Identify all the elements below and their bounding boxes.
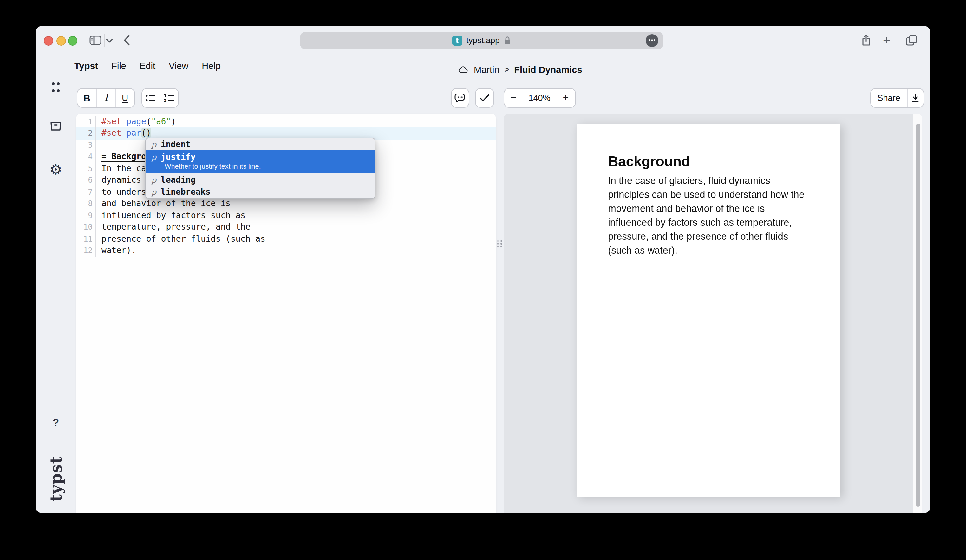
back-button[interactable] (124, 35, 130, 46)
line-number: 8 (76, 198, 96, 210)
svg-text:2: 2 (164, 98, 167, 102)
address-bar-more-button[interactable] (646, 34, 659, 47)
code-line-8[interactable]: 8and behavior of the ice is (76, 198, 496, 210)
tabs-icon (906, 35, 917, 46)
cloud-icon (458, 65, 469, 74)
safari-window: t typst.app + (36, 26, 930, 513)
files-button[interactable] (50, 122, 61, 131)
dots-grid-icon (52, 82, 54, 85)
dashboard-button[interactable] (52, 82, 60, 92)
breadcrumb-document[interactable]: Fluid Dynamics (514, 64, 582, 74)
zoom-out-button[interactable]: − (504, 89, 522, 107)
line-number: 9 (76, 210, 96, 221)
line-number: 12 (76, 245, 96, 256)
site-favicon: t (452, 35, 462, 45)
download-icon (911, 93, 920, 102)
line-number: 1 (76, 116, 96, 128)
menu-file[interactable]: File (111, 61, 126, 71)
autocomplete-dropdown: pindentpjustifyWhether to justify text i… (145, 137, 375, 199)
comment-button[interactable] (451, 88, 469, 107)
zoom-window-button[interactable] (68, 36, 77, 46)
parameter-icon: p (151, 175, 156, 184)
text-format-group: B I U (77, 88, 135, 107)
code-line-12[interactable]: 12water). (76, 245, 496, 256)
bullet-list-button[interactable] (142, 89, 159, 107)
sidebar-toggle-button[interactable] (89, 36, 102, 45)
code-line-1[interactable]: 1#set page("a6") (76, 116, 496, 128)
share-group: Share (870, 88, 924, 107)
lock-icon (504, 36, 511, 45)
autocomplete-item-justify[interactable]: pjustifyWhether to justify text in its l… (146, 150, 375, 173)
autocomplete-item-leading[interactable]: pleading (146, 173, 375, 186)
tab-overview-button[interactable] (906, 35, 917, 46)
code-line-10[interactable]: 10temperature, pressure, and the (76, 221, 496, 233)
zoom-control-group: − 140% + (504, 88, 576, 107)
preview-panel: Background In the case of glaciers, flui… (503, 113, 922, 513)
breadcrumb: Martin > Fluid Dynamics (458, 63, 582, 76)
share-icon (861, 34, 871, 46)
preview-page: Background In the case of glaciers, flui… (577, 123, 840, 497)
italic-button[interactable]: I (97, 89, 115, 107)
zoom-level-value[interactable]: 140% (522, 89, 555, 107)
code-line-9[interactable]: 9influenced by factors such as (76, 210, 496, 221)
settings-button[interactable]: ⚙ (48, 162, 63, 178)
help-button[interactable]: ? (51, 417, 61, 429)
line-number: 3 (76, 139, 96, 151)
line-number: 10 (76, 221, 96, 233)
autocomplete-label: indent (161, 140, 191, 149)
breadcrumb-workspace[interactable]: Martin (474, 64, 499, 74)
preview-scrollbar-track[interactable] (913, 113, 922, 513)
menu-help[interactable]: Help (202, 61, 221, 71)
approve-button[interactable] (475, 88, 494, 107)
sidebar-dropdown-button[interactable] (106, 38, 113, 43)
preview-heading: Background (608, 153, 811, 170)
share-page-button[interactable] (861, 34, 871, 46)
line-number: 11 (76, 233, 96, 245)
line-number: 4 (76, 151, 96, 163)
code-line-text: #set par() (96, 128, 151, 139)
autocomplete-label: justify (161, 152, 196, 162)
close-window-button[interactable] (44, 36, 53, 46)
bullet-list-icon (145, 94, 156, 102)
checkmark-icon (480, 94, 490, 102)
download-button[interactable] (907, 89, 923, 107)
line-number: 5 (76, 163, 96, 174)
zoom-in-button[interactable]: + (555, 89, 575, 107)
address-bar[interactable]: t typst.app (300, 31, 664, 49)
back-chevron-icon (124, 35, 130, 46)
new-tab-button[interactable]: + (883, 35, 890, 46)
code-line-text: and behavior of the ice is (96, 198, 230, 210)
code-line-text: presence of other fluids (such as (96, 233, 265, 245)
numbered-list-icon: 1 2 (164, 94, 174, 102)
pane-resize-handle[interactable] (497, 240, 502, 248)
code-line-text: #set page("a6") (96, 116, 176, 128)
menu-view[interactable]: View (169, 61, 188, 71)
code-line-11[interactable]: 11presence of other fluids (such as (76, 233, 496, 245)
preview-scrollbar-thumb[interactable] (915, 123, 920, 506)
typst-logo: typst (47, 455, 65, 502)
autocomplete-label: leading (161, 175, 196, 184)
menu-edit[interactable]: Edit (140, 61, 155, 71)
svg-text:1: 1 (164, 94, 167, 98)
app-menubar: TypstFileEditViewHelp (74, 60, 221, 72)
share-document-button[interactable]: Share (871, 89, 907, 107)
gear-icon: ⚙ (49, 162, 62, 177)
parameter-icon: p (151, 187, 156, 197)
box-icon (50, 122, 61, 131)
line-number: 6 (76, 174, 96, 186)
list-format-group: 1 2 (141, 88, 179, 107)
autocomplete-description: Whether to justify text in its line. (164, 163, 369, 170)
bold-button[interactable]: B (77, 89, 97, 107)
code-line-text: water). (96, 245, 136, 256)
screenshot-canvas: t typst.app + (0, 0, 966, 560)
minimize-window-button[interactable] (56, 36, 66, 46)
numbered-list-button[interactable]: 1 2 (159, 89, 178, 107)
menu-typst[interactable]: Typst (74, 61, 98, 71)
underline-button[interactable]: U (115, 89, 134, 107)
comment-icon (455, 93, 466, 102)
sidebar-toggle-icon (89, 36, 102, 45)
autocomplete-item-linebreaks[interactable]: plinebreaks (146, 186, 375, 198)
autocomplete-item-indent[interactable]: pindent (146, 138, 375, 150)
line-number: 7 (76, 186, 96, 198)
preview-body-text: In the case of glaciers, fluid dynamics … (608, 174, 814, 257)
